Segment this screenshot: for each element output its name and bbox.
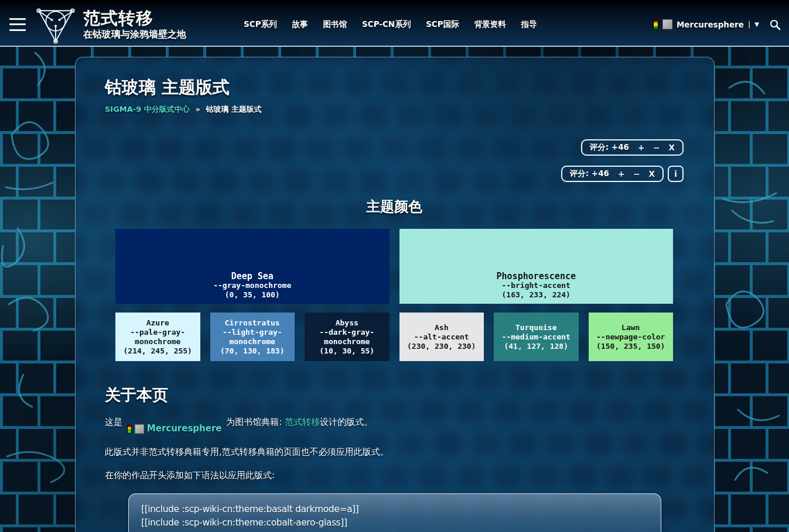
rating-score: 评分: +46 bbox=[570, 169, 609, 179]
main-content-panel: 钴玻璃 主题版式 SIGMA-9 中分版式中心 » 钴玻璃 主题版式 评分: +… bbox=[75, 57, 715, 532]
user-avatar[interactable] bbox=[135, 424, 144, 434]
color-swatch-abyss: Abyss --dark-gray-monochrome (10, 30, 55… bbox=[305, 313, 390, 361]
paradigm-shift-link[interactable]: 范式转移 bbox=[285, 417, 320, 427]
about-paragraph-2: 此版式并非范式转移典籍专用,范式转移典籍的页面也不必须应用此版式。 bbox=[105, 446, 684, 459]
rating-info-button[interactable]: i bbox=[668, 166, 684, 182]
swatch-name: Cirrostratus bbox=[214, 318, 292, 328]
top-navigation: SCP系列 故事 图书馆 SCP-CN系列 SCP国际 背景资料 指导 bbox=[244, 19, 537, 30]
upvote-button[interactable]: + bbox=[638, 143, 644, 152]
rating-module-top: 评分: +46 + − X bbox=[581, 139, 684, 156]
search-icon[interactable] bbox=[769, 19, 781, 30]
swatch-variable: --gray-monochrome bbox=[115, 281, 390, 290]
rating-score: 评分: +46 bbox=[590, 142, 629, 153]
swatch-rgb-value: (10, 30, 55) bbox=[308, 346, 386, 356]
rating-widgets: 评分: +46 + − X 评分: +46 + − X i bbox=[105, 139, 684, 182]
upvote-button[interactable]: + bbox=[618, 169, 624, 179]
swatch-name: Lawn bbox=[592, 323, 670, 332]
downvote-button[interactable]: − bbox=[653, 143, 660, 152]
swatch-name: Azure bbox=[119, 318, 197, 328]
downvote-button[interactable]: − bbox=[633, 169, 640, 179]
nav-item-guides[interactable]: 指导 bbox=[521, 19, 537, 30]
cancel-vote-button[interactable]: X bbox=[669, 143, 675, 152]
nav-item-scp-series[interactable]: SCP系列 bbox=[244, 19, 277, 30]
account-dropdown-arrow[interactable]: ▼ bbox=[754, 21, 759, 28]
karma-bar bbox=[127, 425, 132, 434]
swatch-variable: --light-gray-monochrome bbox=[214, 328, 292, 346]
breadcrumb-parent-link[interactable]: SIGMA-9 中分版式中心 bbox=[105, 105, 190, 114]
author-link[interactable]: Mercuresphere bbox=[147, 423, 222, 435]
swatch-rgb-value: (214, 245, 255) bbox=[119, 346, 197, 356]
nav-item-background[interactable]: 背景资料 bbox=[474, 19, 506, 30]
color-swatch-phosphorescence: Phosphorescence --bright-accent (163, 23… bbox=[399, 229, 674, 304]
theme-colors-heading: 主题颜色 bbox=[105, 197, 684, 216]
swatch-name: Turquoise bbox=[497, 323, 575, 332]
swatch-rgb-value: (163, 233, 224) bbox=[399, 290, 674, 300]
cancel-vote-button[interactable]: X bbox=[649, 169, 655, 179]
swatch-variable: --newpage-color bbox=[592, 332, 670, 342]
swatch-rgb-value: (0, 35, 100) bbox=[115, 290, 390, 300]
about-paragraph-3: 在你的作品开头添加如下语法以应用此版式: bbox=[105, 469, 684, 482]
swatch-rgb-value: (150, 235, 150) bbox=[592, 342, 670, 351]
color-swatch-lawn: Lawn --newpage-color (150, 235, 150) bbox=[589, 313, 674, 361]
swatch-name: Abyss bbox=[308, 318, 386, 328]
hamburger-menu-icon[interactable] bbox=[9, 18, 26, 31]
swatch-variable: --alt-accent bbox=[403, 332, 481, 342]
swatch-rgb-value: (41, 127, 128) bbox=[497, 342, 575, 351]
color-swatch-ash: Ash --alt-accent (230, 230, 230) bbox=[399, 313, 484, 361]
include-syntax-code-block[interactable]: [[include :scp-wiki-cn:theme:basalt dark… bbox=[128, 493, 661, 532]
breadcrumb-current: 钴玻璃 主题版式 bbox=[206, 105, 262, 114]
color-swatch-azure: Azure --pale-gray-monochrome (214, 245, … bbox=[115, 313, 200, 361]
color-swatch-turquoise: Turquoise --medium-accent (41, 127, 128) bbox=[494, 313, 579, 361]
site-title: 范式转移 bbox=[83, 9, 186, 28]
color-swatch-cirrostratus: Cirrostratus --light-gray-monochrome (70… bbox=[210, 313, 295, 361]
about-heading: 关于本页 bbox=[105, 385, 684, 406]
karma-bar bbox=[653, 19, 658, 29]
swatch-variable: --pale-gray-monochrome bbox=[119, 328, 197, 346]
inline-user-module: Mercuresphere bbox=[127, 423, 222, 435]
code-line: [[include :scp-wiki-cn:theme:basalt dark… bbox=[141, 503, 648, 516]
swatch-name: Phosphorescence bbox=[399, 272, 674, 281]
nav-item-library[interactable]: 图书馆 bbox=[323, 19, 347, 30]
site-header: 范式转移 在钴玻璃与涂鸦墙壁之地 SCP系列 故事 图书馆 SCP-CN系列 S… bbox=[0, 0, 789, 47]
swatch-variable: --bright-accent bbox=[399, 281, 674, 290]
site-subtitle: 在钴玻璃与涂鸦墙壁之地 bbox=[83, 29, 186, 40]
nav-item-tales[interactable]: 故事 bbox=[292, 19, 308, 30]
site-title-block[interactable]: 范式转移 在钴玻璃与涂鸦墙壁之地 bbox=[83, 9, 186, 39]
breadcrumb-separator: » bbox=[195, 105, 200, 114]
nav-item-scp-cn-series[interactable]: SCP-CN系列 bbox=[362, 19, 411, 30]
user-divider: | bbox=[748, 20, 750, 29]
site-logo[interactable] bbox=[34, 4, 77, 46]
swatch-name: Ash bbox=[403, 323, 481, 332]
swatch-name: Deep Sea bbox=[115, 272, 390, 281]
breadcrumb: SIGMA-9 中分版式中心 » 钴玻璃 主题版式 bbox=[105, 104, 684, 115]
nav-item-scp-international[interactable]: SCP国际 bbox=[426, 19, 459, 30]
color-swatch-deep-sea: Deep Sea --gray-monochrome (0, 35, 100) bbox=[115, 229, 390, 304]
theme-color-grid: Deep Sea --gray-monochrome (0, 35, 100) … bbox=[115, 229, 673, 361]
user-avatar[interactable] bbox=[662, 19, 672, 29]
code-line: [[include :scp-wiki-cn:theme:cobalt-aero… bbox=[141, 516, 648, 530]
swatch-rgb-value: (230, 230, 230) bbox=[403, 342, 481, 351]
user-account-zone: Mercuresphere | ▼ bbox=[653, 19, 781, 30]
page-title: 钴玻璃 主题版式 bbox=[105, 76, 684, 99]
user-name[interactable]: Mercuresphere bbox=[677, 20, 744, 29]
rating-module-bottom: 评分: +46 + − X bbox=[561, 166, 664, 182]
swatch-variable: --dark-gray-monochrome bbox=[308, 328, 386, 346]
swatch-variable: --medium-accent bbox=[497, 332, 575, 342]
about-paragraph-1: 这是 Mercuresphere 为图书馆典籍: 范式转移设计的版式。 bbox=[105, 416, 684, 435]
swatch-rgb-value: (70, 130, 183) bbox=[214, 346, 292, 356]
